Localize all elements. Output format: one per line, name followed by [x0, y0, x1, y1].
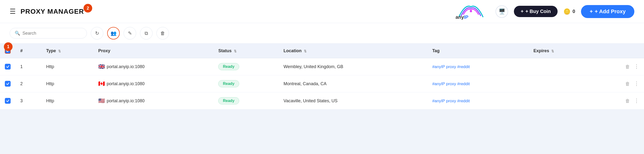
- svg-text:IP: IP: [464, 14, 468, 19]
- proxy-address: portal.anyip.io:1080: [107, 64, 144, 69]
- proxy-address: portal.anyip.io:1080: [107, 98, 144, 103]
- row-checkbox-cell[interactable]: [0, 75, 16, 92]
- row-checkbox[interactable]: [5, 98, 10, 104]
- row-status: Ready: [214, 75, 278, 92]
- status-badge: Ready: [218, 97, 239, 104]
- tag-link[interactable]: #anyIP proxy #reddit: [432, 81, 470, 86]
- status-sort-icon: ⇅: [234, 49, 236, 53]
- row-delete-button[interactable]: 🗑: [625, 64, 630, 70]
- edit-button[interactable]: ✎: [124, 27, 136, 39]
- row-type: Http: [41, 75, 94, 92]
- svg-point-0: [470, 10, 472, 12]
- group-icon: 👥: [110, 30, 116, 36]
- type-sort-icon: ⇅: [58, 49, 61, 53]
- table-header-row: # Type ⇅ Proxy Status ⇅ Location ⇅: [0, 44, 644, 58]
- hamburger-menu[interactable]: ☰: [10, 7, 16, 15]
- row-checkbox[interactable]: [5, 64, 10, 70]
- row-status: Ready: [214, 58, 278, 75]
- row-number: 3: [16, 92, 41, 109]
- svg-text:any: any: [456, 14, 464, 19]
- row-location: Montreal, Canada, CA: [279, 75, 428, 92]
- row-expires: [528, 92, 593, 109]
- delete-button[interactable]: 🗑: [156, 27, 169, 39]
- search-icon: 🔍: [15, 31, 20, 36]
- step-1-badge: 1: [4, 42, 12, 51]
- row-checkbox-cell[interactable]: [0, 92, 16, 109]
- proxy-table-container: # Type ⇅ Proxy Status ⇅ Location ⇅: [0, 44, 644, 109]
- row-more-button[interactable]: ⋮: [634, 64, 639, 70]
- row-status: Ready: [214, 92, 278, 109]
- row-type: Http: [41, 58, 94, 75]
- buy-coin-button[interactable]: + + Buy Coin: [514, 6, 558, 17]
- row-tag: #anyIP proxy #reddit: [428, 75, 528, 92]
- row-more-button[interactable]: ⋮: [634, 80, 639, 87]
- row-number: 2: [16, 75, 41, 92]
- row-proxy: 🇺🇸 portal.anyip.io:1080: [94, 92, 214, 109]
- add-proxy-plus-icon: +: [590, 8, 593, 15]
- app-header: ☰ PROXY MANAGER any IP 🖥️ + + Buy Coin 🪙…: [0, 0, 644, 23]
- coin-balance-value: 0: [572, 9, 575, 14]
- plus-icon: +: [521, 9, 524, 14]
- row-expires: [528, 75, 593, 92]
- coin-balance: 🪙 0: [564, 8, 575, 15]
- expires-sort-icon: ⇅: [551, 49, 554, 53]
- step-2-badge: 2: [84, 4, 92, 12]
- row-actions: 🗑 ⋮: [593, 75, 644, 92]
- anyip-logo: any IP: [454, 3, 488, 20]
- col-header-type[interactable]: Type ⇅: [41, 44, 94, 58]
- proxy-table-body: 1 Http 🇬🇧 portal.anyip.io:1080 Ready Wem…: [0, 58, 644, 109]
- location-sort-icon: ⇅: [304, 49, 306, 53]
- toolbar: 🔍 ↻ 👥 ✎ ⧉ 🗑: [0, 23, 644, 44]
- flag-icon: 🇺🇸: [98, 98, 105, 104]
- row-actions: 🗑 ⋮: [593, 92, 644, 109]
- add-proxy-button[interactable]: + + Add Proxy: [581, 5, 634, 18]
- group-button-wrap: 👥: [107, 27, 120, 39]
- row-proxy: 🇬🇧 portal.anyip.io:1080: [94, 58, 214, 75]
- row-checkbox-cell[interactable]: [0, 58, 16, 75]
- monitor-icon: 🖥️: [499, 8, 505, 15]
- edit-icon: ✎: [128, 30, 132, 36]
- refresh-button[interactable]: ↻: [91, 27, 103, 39]
- col-header-location[interactable]: Location ⇅: [279, 44, 428, 58]
- search-box: 🔍: [10, 28, 87, 38]
- proxy-table: # Type ⇅ Proxy Status ⇅ Location ⇅: [0, 44, 644, 109]
- app-title: PROXY MANAGER: [20, 8, 84, 15]
- group-button[interactable]: 👥: [107, 27, 120, 39]
- col-header-actions: [593, 44, 644, 58]
- row-delete-button[interactable]: 🗑: [625, 81, 630, 87]
- row-type: Http: [41, 92, 94, 109]
- row-expires: [528, 58, 593, 75]
- flag-icon: 🇬🇧: [98, 64, 105, 70]
- row-more-button[interactable]: ⋮: [634, 98, 639, 104]
- table-row: 2 Http 🇨🇦 portal.anyip.io:1080 Ready Mon…: [0, 75, 644, 92]
- table-row: 1 Http 🇬🇧 portal.anyip.io:1080 Ready Wem…: [0, 58, 644, 75]
- monitor-button[interactable]: 🖥️: [496, 5, 508, 18]
- row-proxy: 🇨🇦 portal.anyip.io:1080: [94, 75, 214, 92]
- trash-icon: 🗑: [160, 31, 165, 36]
- copy-icon: ⧉: [144, 31, 148, 36]
- col-header-tag: Tag: [428, 44, 528, 58]
- table-row: 3 Http 🇺🇸 portal.anyip.io:1080 Ready Vac…: [0, 92, 644, 109]
- col-header-status[interactable]: Status ⇅: [214, 44, 278, 58]
- search-input[interactable]: [22, 31, 82, 36]
- copy-button[interactable]: ⧉: [140, 27, 152, 39]
- row-tag: #anyIP proxy #reddit: [428, 58, 528, 75]
- flag-icon: 🇨🇦: [98, 80, 105, 87]
- row-number: 1: [16, 58, 41, 75]
- add-proxy-label: + Add Proxy: [595, 8, 626, 15]
- tag-link[interactable]: #anyIP proxy #reddit: [432, 65, 470, 69]
- coin-icon: 🪙: [564, 8, 570, 15]
- row-location: Vacaville, United States, US: [279, 92, 428, 109]
- status-badge: Ready: [218, 80, 239, 87]
- buy-coin-label: + Buy Coin: [526, 9, 551, 14]
- row-delete-button[interactable]: 🗑: [625, 98, 630, 104]
- tag-link[interactable]: #anyIP proxy #reddit: [432, 99, 470, 103]
- col-header-proxy: Proxy: [94, 44, 214, 58]
- col-header-expires[interactable]: Expires ⇅: [528, 44, 593, 58]
- refresh-icon: ↻: [95, 30, 99, 36]
- status-badge: Ready: [218, 63, 239, 70]
- col-header-number: #: [16, 44, 41, 58]
- proxy-address: portal.anyip.io:1080: [107, 81, 144, 86]
- row-checkbox[interactable]: [5, 81, 10, 87]
- row-tag: #anyIP proxy #reddit: [428, 92, 528, 109]
